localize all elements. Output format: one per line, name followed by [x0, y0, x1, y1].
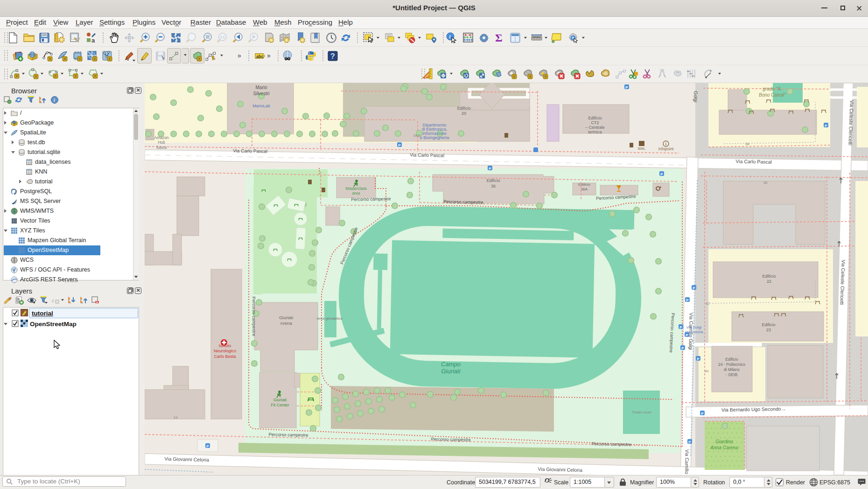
svg-text:Percorso campestre: Percorso campestre: [443, 199, 483, 204]
svg-text:Via Giovanni Celoria: Via Giovanni Celoria: [538, 466, 582, 473]
svg-text:futura: futura: [156, 145, 167, 150]
svg-text:Via Carlo Pascal: Via Carlo Pascal: [735, 158, 772, 164]
svg-text:termica: termica: [588, 130, 602, 134]
svg-text:Edificio: Edificio: [725, 357, 738, 362]
svg-text:Via Carlo Pascal: Via Carlo Pascal: [410, 152, 444, 158]
svg-text:34/5: 34/5: [413, 133, 420, 138]
svg-text:Mario: Mario: [255, 85, 267, 90]
svg-text:40: 40: [705, 369, 709, 373]
svg-text:P: P: [489, 167, 491, 171]
svg-text:Via Golgi: Via Golgi: [686, 325, 702, 329]
svg-text:?: ?: [330, 52, 335, 60]
svg-text:Area ginnastica: Area ginnastica: [316, 316, 343, 321]
svg-text:Edificio: Edificio: [578, 182, 590, 187]
svg-text:36A: 36A: [581, 187, 588, 191]
svg-text:P: P: [206, 444, 209, 448]
svg-text:P: P: [686, 298, 689, 302]
svg-text:abc: abc: [256, 54, 264, 59]
svg-text:22: 22: [767, 279, 771, 284]
svg-text:Infopoint: Infopoint: [658, 147, 674, 151]
svg-text:Arena: Arena: [280, 321, 292, 326]
svg-text:Via Bernardo Ugo Secondo→: Via Bernardo Ugo Secondo→: [721, 406, 786, 412]
svg-text:P: P: [693, 286, 695, 290]
svg-text:MarioLab: MarioLab: [252, 104, 270, 108]
svg-text:Via Camillo Golgi: Via Camillo Golgi: [684, 449, 690, 475]
svg-text:Anna Carena: Anna Carena: [710, 445, 738, 450]
svg-text:23: 23: [766, 328, 771, 332]
svg-text:36: 36: [763, 181, 768, 185]
svg-text:P: P: [825, 124, 827, 128]
svg-text:Percorso campestre: Percorso campestre: [431, 436, 470, 442]
svg-text:Σ: Σ: [495, 32, 503, 43]
svg-text:Campo: Campo: [441, 361, 461, 368]
svg-text:Percorso campestre: Percorso campestre: [591, 441, 631, 447]
svg-text:i: i: [665, 142, 667, 147]
svg-text:1d: 1d: [174, 415, 178, 419]
svg-text:Fit Center: Fit Center: [271, 403, 289, 407]
svg-text:24 - Politecnico: 24 - Politecnico: [718, 362, 745, 367]
svg-text:Via Carlo Pascal: Via Carlo Pascal: [233, 148, 267, 154]
svg-text:P: P: [398, 143, 401, 147]
svg-text:i: i: [54, 98, 55, 103]
svg-text:P: P: [697, 357, 700, 361]
svg-text:Giuriati: Giuriati: [279, 315, 293, 320]
svg-text:38: 38: [745, 142, 749, 146]
svg-text:P: P: [688, 440, 691, 444]
svg-text:Percorso campestre: Percorso campestre: [268, 432, 308, 437]
svg-text:20: 20: [462, 111, 466, 116]
svg-text:Giardino: Giardino: [715, 439, 733, 444]
svg-text:– Centrale: – Centrale: [585, 125, 605, 130]
svg-text:Masterclass: Masterclass: [345, 186, 366, 191]
svg-text:Bono Cairoli": Bono Cairoli": [759, 92, 786, 98]
svg-text:CT2: CT2: [591, 120, 599, 125]
svg-text:Edificio: Edificio: [762, 274, 776, 279]
svg-text:Percorso campestre: Percorso campestre: [252, 296, 257, 336]
svg-text:Neurologico: Neurologico: [214, 349, 236, 353]
svg-text:grado "A.: grado "A.: [763, 86, 782, 91]
svg-text:e Bioingegneria: e Bioingegneria: [420, 135, 449, 140]
svg-text:Carlo Besta: Carlo Besta: [214, 354, 236, 359]
svg-text:area: area: [352, 191, 360, 196]
svg-text:Golgi: Golgi: [693, 91, 699, 103]
svg-text:P: P: [679, 325, 682, 329]
svg-text:36: 36: [491, 184, 496, 189]
svg-text:P: P: [660, 172, 663, 176]
svg-text:Edificio: Edificio: [486, 178, 500, 183]
svg-text:P: P: [686, 333, 688, 337]
svg-text:Giuriati: Giuriati: [273, 398, 287, 402]
svg-text:- DEIB: - DEIB: [726, 372, 737, 377]
svg-text:a: a: [91, 37, 95, 43]
svg-text:P: P: [681, 346, 684, 350]
svg-text:di Milano: di Milano: [724, 367, 740, 372]
svg-text:Amazon: Amazon: [154, 135, 168, 140]
svg-text:Silvestri: Silvestri: [253, 91, 269, 96]
svg-text:P: P: [625, 85, 628, 90]
svg-text:Edificio: Edificio: [457, 106, 470, 111]
svg-text:42: 42: [706, 301, 710, 306]
svg-text:Giuriati: Giuriati: [441, 368, 461, 375]
svg-text:Edificio: Edificio: [762, 322, 775, 327]
svg-text:Hub: Hub: [158, 140, 165, 145]
svg-text:Edificio: Edificio: [588, 116, 602, 120]
svg-text:Via Giovanni Celoria: Via Giovanni Celoria: [164, 456, 209, 463]
svg-text:BML: BML: [638, 147, 646, 151]
svg-text:Padel court: Padel court: [632, 410, 651, 414]
svg-text:ε: ε: [52, 297, 55, 304]
svg-text:Percorso campestre: Percorso campestre: [351, 196, 391, 202]
svg-text:1:1: 1:1: [220, 35, 225, 39]
svg-text:P: P: [701, 412, 704, 416]
